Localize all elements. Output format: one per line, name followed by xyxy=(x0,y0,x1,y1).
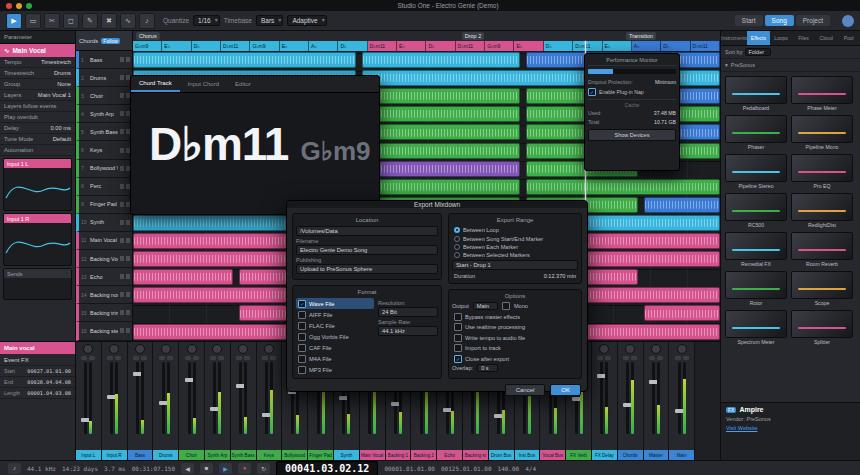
plugin-item[interactable]: Phase Meter xyxy=(791,76,853,111)
track-header[interactable]: 4 Synth Arp xyxy=(76,105,132,123)
range-option[interactable]: Between Selected Markers xyxy=(452,251,578,259)
mixer-channel[interactable]: Chords xyxy=(618,342,644,460)
quantize-select[interactable]: 1/16 xyxy=(193,15,220,26)
chords-track-header[interactable]: Chords Follow xyxy=(76,31,132,51)
range-tool[interactable]: ▭ xyxy=(25,13,41,29)
record-button[interactable]: ● xyxy=(238,463,251,474)
marker-flag[interactable]: Chorus xyxy=(136,32,160,40)
format-option[interactable]: AIFF File xyxy=(296,309,374,320)
chord-cell[interactable]: G♭m9 xyxy=(485,41,514,51)
track-header[interactable]: 14 Backing normal xyxy=(76,286,132,304)
chord-cell[interactable]: D♭m11 xyxy=(368,41,397,51)
chord-cell[interactable]: D♭m11 xyxy=(221,41,250,51)
audio-clip[interactable] xyxy=(133,269,233,285)
pan-knob[interactable] xyxy=(677,344,687,354)
eraser-tool[interactable]: ◻ xyxy=(63,13,79,29)
mute-solo-buttons[interactable] xyxy=(120,166,130,171)
audio-clip[interactable] xyxy=(362,179,520,195)
plugin-item[interactable]: Rotor xyxy=(725,271,787,306)
output-select[interactable]: Main xyxy=(473,302,498,310)
range-option[interactable]: Between Song Start/End Marker xyxy=(452,234,578,242)
mode-select[interactable]: Adaptive xyxy=(287,15,326,26)
plugin-item[interactable]: Phaser xyxy=(725,115,787,150)
minimize-window-button[interactable] xyxy=(16,3,22,9)
mono-checkbox[interactable] xyxy=(502,302,510,310)
event-fx-row[interactable]: End00028.04.04.08 xyxy=(0,377,75,388)
browser-tab-effects[interactable]: Effects xyxy=(747,31,770,45)
chord-cell[interactable]: E♭ xyxy=(162,41,191,51)
volume-fader[interactable] xyxy=(136,362,139,434)
loop-button[interactable]: ↻ xyxy=(257,463,270,474)
metronome-button[interactable]: ♪ xyxy=(8,463,21,474)
volume-fader[interactable] xyxy=(600,362,603,434)
format-option[interactable]: FLAC File xyxy=(296,320,374,331)
plugin-item[interactable]: Pro EQ xyxy=(791,154,853,189)
mute-solo-buttons[interactable] xyxy=(133,356,147,360)
event-fx-row[interactable]: Start00027.01.01.00 xyxy=(0,366,75,377)
browser-tab-files[interactable]: Files xyxy=(792,31,815,45)
nav-song-button[interactable]: Song xyxy=(765,15,794,26)
bend-tool[interactable]: ∿ xyxy=(120,13,136,29)
marker-range-select[interactable]: Start - Drop 1 xyxy=(452,260,578,270)
inspector-row[interactable]: Play overdub xyxy=(0,112,75,123)
plugin-item[interactable]: Pipeline Stereo xyxy=(725,154,787,189)
audio-clip[interactable] xyxy=(644,197,720,213)
track-header[interactable]: 3 Choir xyxy=(76,87,132,105)
browser-tab-instruments[interactable]: Instruments xyxy=(721,31,747,45)
pan-knob[interactable] xyxy=(264,344,274,354)
main-time-display[interactable]: 00041.03.02.12 xyxy=(276,461,378,475)
export-option[interactable]: Bypass master effects xyxy=(452,312,578,322)
pan-knob[interactable] xyxy=(599,344,609,354)
range-option[interactable]: Between Loop xyxy=(452,226,578,234)
mixer-channel[interactable]: Master xyxy=(644,342,670,460)
chord-tab[interactable]: Editor xyxy=(227,76,259,92)
folder-row[interactable]: ▾ PreSonus xyxy=(721,59,860,72)
mute-solo-buttons[interactable] xyxy=(120,310,130,315)
mute-solo-buttons[interactable] xyxy=(120,111,130,116)
audio-clip[interactable] xyxy=(362,124,520,140)
audio-clip[interactable] xyxy=(526,179,720,195)
inspector-row[interactable]: Tune ModeDefault xyxy=(0,134,75,145)
mixer-channel[interactable]: Main xyxy=(669,342,695,460)
show-devices-button[interactable]: Show Devices xyxy=(588,129,676,141)
chord-cell[interactable]: D♭ xyxy=(661,41,690,51)
track-header[interactable]: 12 Backing Vocal xyxy=(76,250,132,268)
track-header[interactable]: 10 Synth xyxy=(76,214,132,232)
track-header[interactable]: 1 Bass xyxy=(76,51,132,69)
arrow-tool[interactable]: ▶ xyxy=(6,13,22,29)
plugin-item[interactable]: RC500 xyxy=(725,193,787,228)
plugin-item[interactable]: Pipeline Mono xyxy=(791,115,853,150)
audio-clip[interactable] xyxy=(133,52,356,68)
mute-tool[interactable]: ✖ xyxy=(101,13,117,29)
volume-fader[interactable] xyxy=(626,362,629,434)
mixer-channel[interactable]: Input L xyxy=(76,342,102,460)
export-option[interactable]: Import to track xyxy=(452,343,578,353)
loop-start[interactable]: 00001.01.01.00 xyxy=(384,465,435,472)
track-header[interactable]: 15 Backing trim xyxy=(76,304,132,322)
chord-cell[interactable]: D♭m11 xyxy=(691,41,720,51)
chord-tab[interactable]: Input Chord xyxy=(180,76,227,92)
volume-fader[interactable] xyxy=(110,362,113,434)
inspector-row[interactable]: Automation xyxy=(0,145,75,156)
plugin-item[interactable]: Pedalboard xyxy=(725,76,787,111)
inspector-row[interactable]: TempoTimestretch xyxy=(0,57,75,68)
cancel-button[interactable]: Cancel xyxy=(505,384,546,396)
time-signature[interactable]: 4/4 xyxy=(525,465,536,472)
mute-solo-buttons[interactable] xyxy=(120,220,130,225)
mixer-channel[interactable]: Bass xyxy=(128,342,154,460)
mute-solo-buttons[interactable] xyxy=(185,356,199,360)
mute-solo-buttons[interactable] xyxy=(120,184,130,189)
pan-knob[interactable] xyxy=(625,344,635,354)
chord-cell[interactable]: E♭ xyxy=(603,41,632,51)
filename-input[interactable]: Electro Genie Demo Song xyxy=(296,245,438,255)
dropout-select[interactable]: Minimum xyxy=(655,79,676,85)
chord-cell[interactable]: D♭ xyxy=(338,41,367,51)
inspector-row[interactable]: TimestretchDrums xyxy=(0,68,75,79)
follow-toggle[interactable]: Follow xyxy=(101,38,119,44)
sort-select[interactable]: Folder xyxy=(745,48,771,56)
mute-solo-buttons[interactable] xyxy=(120,238,130,243)
plugin-item[interactable]: Scope xyxy=(791,271,853,306)
chord-cell[interactable]: D♭ xyxy=(426,41,455,51)
chord-track-lane[interactable]: G♭m9E♭D♭D♭m11G♭m9E♭A♭D♭D♭m11E♭D♭D♭m11G♭m… xyxy=(133,41,720,51)
paint-tool[interactable]: ✎ xyxy=(82,13,98,29)
